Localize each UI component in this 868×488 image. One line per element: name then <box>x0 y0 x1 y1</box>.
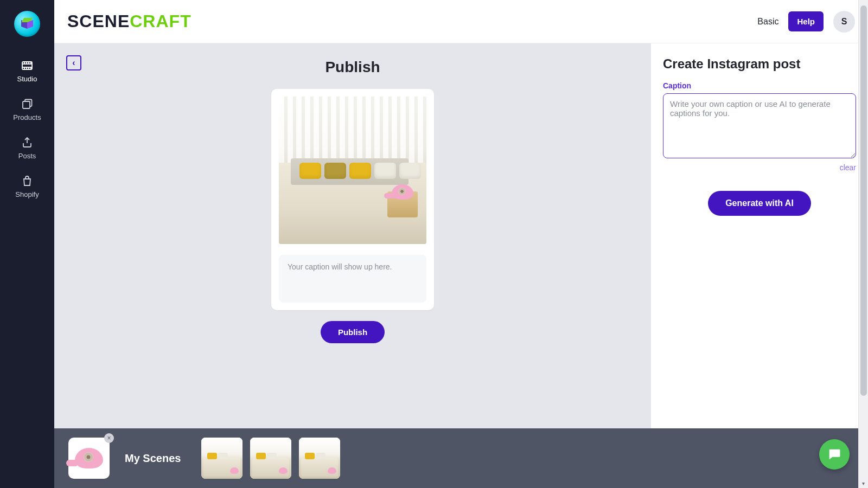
nav-label: Shopify <box>5 190 49 198</box>
canvas-area: ‹ Publish <box>54 43 651 428</box>
nav-item-products[interactable]: Products <box>5 97 49 121</box>
page-scrollbar[interactable]: ▾ <box>858 0 868 488</box>
app-logo-badge[interactable] <box>14 11 40 37</box>
nav-item-posts[interactable]: Posts <box>5 136 49 160</box>
brand-wordmark[interactable]: SCENECRAFT <box>67 11 192 31</box>
post-preview-image <box>279 97 426 244</box>
nav-label: Products <box>5 113 49 121</box>
scroll-down-arrow[interactable]: ▾ <box>859 478 868 488</box>
scene-thumbnail-list <box>201 438 340 479</box>
close-icon: × <box>107 434 111 442</box>
nav-item-shopify[interactable]: Shopify <box>5 174 49 198</box>
tray-title: My Scenes <box>125 452 181 465</box>
nav-label: Posts <box>5 152 49 160</box>
user-avatar[interactable]: S <box>833 11 855 33</box>
generate-with-ai-button[interactable]: Generate with AI <box>708 191 811 216</box>
caption-textarea[interactable] <box>663 93 856 158</box>
scene-thumbnail[interactable] <box>250 438 291 479</box>
help-button[interactable]: Help <box>788 11 824 31</box>
plan-label[interactable]: Basic <box>757 17 778 27</box>
cube-icon <box>21 18 33 30</box>
shopping-bag-icon <box>5 174 49 188</box>
scene-thumbnail[interactable] <box>299 438 340 479</box>
chat-fab[interactable] <box>819 439 850 470</box>
stacked-squares-icon <box>5 97 49 111</box>
caption-preview: Your caption will show up here. <box>279 255 426 303</box>
caption-field-label: Caption <box>663 81 856 90</box>
share-icon <box>5 136 49 150</box>
scenes-tray: × My Scenes <box>54 428 868 488</box>
clear-caption-button[interactable]: clear <box>840 163 856 172</box>
filmstrip-icon <box>5 59 49 73</box>
nav-label: Studio <box>5 75 49 83</box>
svg-rect-11 <box>23 101 30 108</box>
left-navigation: Studio Products Posts <box>0 0 54 488</box>
remove-product-button[interactable]: × <box>104 433 114 443</box>
nav-item-studio[interactable]: Studio <box>5 59 49 83</box>
scrollbar-thumb[interactable] <box>860 5 867 396</box>
canvas-title: Publish <box>325 59 380 76</box>
back-button[interactable]: ‹ <box>66 55 81 70</box>
chevron-left-icon: ‹ <box>72 58 75 68</box>
post-preview-card: Your caption will show up here. <box>271 89 434 310</box>
chat-icon <box>827 447 842 462</box>
scene-thumbnail[interactable] <box>201 438 242 479</box>
side-panel-title: Create Instagram post <box>663 56 856 72</box>
publish-button[interactable]: Publish <box>321 321 385 343</box>
side-panel: Create Instagram post Caption clear Gene… <box>651 43 868 428</box>
selected-product-thumbnail[interactable]: × <box>68 438 110 479</box>
top-bar: SCENECRAFT Basic Help S <box>54 0 868 43</box>
